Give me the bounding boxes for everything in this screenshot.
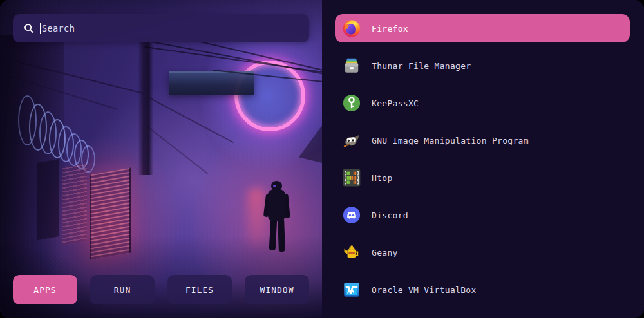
astronaut (264, 181, 290, 253)
app-label: Discord (372, 210, 408, 220)
search-input[interactable] (42, 23, 300, 33)
mode-tabs: APPS RUN FILES WINDOW (13, 275, 309, 304)
app-row-keepassxc[interactable]: KeePassXC (335, 89, 630, 117)
dark-doorway (37, 159, 59, 240)
thunar-icon (341, 55, 362, 76)
app-label: Thunar File Manager (372, 61, 471, 71)
keepassxc-icon (341, 93, 362, 113)
shutter-door (90, 167, 131, 259)
tab-window[interactable]: WINDOW (245, 275, 309, 304)
htop-icon (341, 167, 362, 188)
tab-apps[interactable]: APPS (13, 275, 77, 304)
app-label: Geany (372, 248, 398, 257)
app-row-firefox[interactable]: Firefox (335, 14, 630, 42)
shutter-door (62, 164, 87, 246)
app-label: KeePassXC (372, 98, 419, 108)
app-label: Firefox (372, 24, 408, 33)
virtualbox-icon (341, 279, 362, 300)
building-column (138, 37, 153, 175)
wallpaper-panel: APPS RUN FILES WINDOW (0, 0, 322, 318)
search-icon (24, 23, 34, 33)
text-caret (40, 23, 41, 34)
search-bar[interactable] (13, 14, 309, 42)
sign-board (169, 71, 254, 95)
app-list: Firefox Thunar File Manager (322, 0, 644, 318)
firefox-icon (341, 18, 362, 39)
app-launcher-window: APPS RUN FILES WINDOW (0, 0, 644, 318)
app-row-htop[interactable]: Htop (335, 164, 630, 192)
gimp-icon (341, 130, 362, 151)
ground-glow (247, 188, 265, 247)
tab-files[interactable]: FILES (167, 275, 232, 304)
app-label: Htop (372, 173, 393, 183)
geany-icon (341, 242, 362, 263)
app-row-virtualbox[interactable]: Oracle VM VirtualBox (335, 276, 630, 304)
app-label: Oracle VM VirtualBox (372, 285, 477, 295)
app-label: GNU Image Manipulation Program (372, 136, 529, 145)
app-row-discord[interactable]: Discord (335, 201, 630, 229)
tab-run[interactable]: RUN (90, 275, 155, 304)
app-row-geany[interactable]: Geany (335, 238, 630, 267)
app-row-thunar[interactable]: Thunar File Manager (335, 51, 630, 80)
app-row-gimp[interactable]: GNU Image Manipulation Program (335, 126, 630, 154)
discord-icon (341, 205, 362, 225)
